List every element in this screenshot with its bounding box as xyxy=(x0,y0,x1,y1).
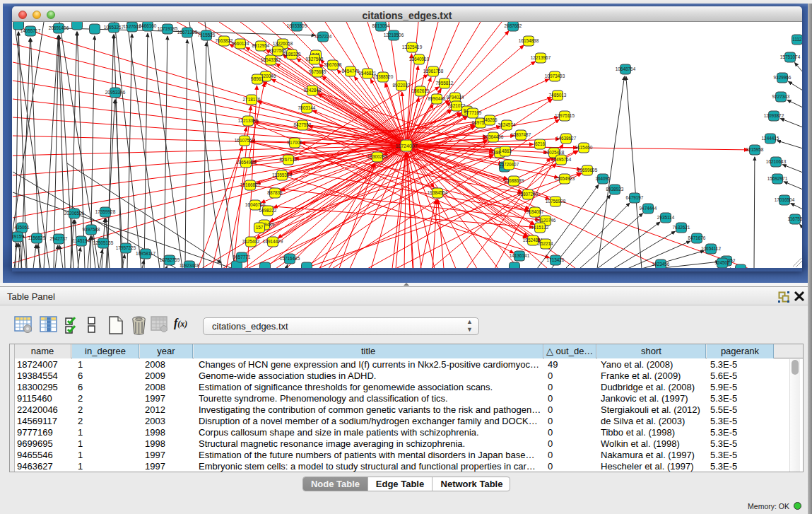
svg-text:7625402: 7625402 xyxy=(242,239,260,244)
svg-text:10973493: 10973493 xyxy=(545,74,565,78)
svg-text:15751074: 15751074 xyxy=(780,54,801,59)
svg-text:435061: 435061 xyxy=(14,225,30,230)
svg-text:20206536: 20206536 xyxy=(64,211,85,216)
svg-text:13226058: 13226058 xyxy=(273,41,293,46)
svg-text:10653267: 10653267 xyxy=(104,25,124,30)
svg-text:10756928: 10756928 xyxy=(546,199,566,204)
svg-text:16782759: 16782759 xyxy=(160,257,180,262)
svg-text:10025438: 10025438 xyxy=(544,150,565,155)
svg-text:9327508: 9327508 xyxy=(306,57,324,62)
svg-text:14055717: 14055717 xyxy=(20,28,41,33)
svg-text:10648764: 10648764 xyxy=(616,66,636,71)
svg-text:20953346: 20953346 xyxy=(105,90,126,95)
svg-text:7955812: 7955812 xyxy=(436,81,454,86)
svg-text:9227343: 9227343 xyxy=(772,94,790,99)
svg-text:8922037: 8922037 xyxy=(393,83,411,88)
svg-text:11355394: 11355394 xyxy=(272,173,292,177)
svg-text:8471676: 8471676 xyxy=(688,235,706,240)
svg-text:12975115: 12975115 xyxy=(555,113,575,118)
svg-text:19654985: 19654985 xyxy=(236,160,257,165)
svg-text:12213967: 12213967 xyxy=(531,55,551,60)
svg-text:9184067: 9184067 xyxy=(526,209,544,214)
svg-text:9474444: 9474444 xyxy=(640,206,657,211)
svg-text:9329966: 9329966 xyxy=(774,75,792,80)
svg-text:6498222: 6498222 xyxy=(259,208,277,213)
svg-text:14638627: 14638627 xyxy=(556,136,577,141)
svg-text:887833: 887833 xyxy=(267,190,283,195)
svg-text:8427552: 8427552 xyxy=(294,122,312,127)
svg-text:20364436: 20364436 xyxy=(483,134,504,139)
svg-text:10654112: 10654112 xyxy=(701,246,721,251)
svg-text:164095: 164095 xyxy=(595,176,611,181)
svg-text:15495764: 15495764 xyxy=(551,157,572,162)
svg-text:12213389: 12213389 xyxy=(238,118,259,123)
svg-text:6479197: 6479197 xyxy=(626,195,644,200)
svg-text:917006: 917006 xyxy=(287,140,302,145)
svg-text:1362615: 1362615 xyxy=(412,88,430,93)
svg-text:746266: 746266 xyxy=(482,117,498,122)
svg-text:9397588: 9397588 xyxy=(83,227,100,232)
svg-text:13325419: 13325419 xyxy=(402,45,423,49)
svg-text:9794024: 9794024 xyxy=(447,95,464,100)
svg-text:39159: 39159 xyxy=(12,234,24,239)
svg-text:14120746: 14120746 xyxy=(536,218,556,223)
svg-text:7663822: 7663822 xyxy=(216,38,233,43)
svg-text:10699695: 10699695 xyxy=(577,168,598,173)
svg-text:6466160: 6466160 xyxy=(139,23,157,28)
svg-text:2087682: 2087682 xyxy=(505,23,522,28)
svg-text:16107552: 16107552 xyxy=(235,138,255,143)
svg-text:10807487: 10807487 xyxy=(511,132,531,137)
svg-text:15692971: 15692971 xyxy=(767,176,788,181)
svg-text:20691406: 20691406 xyxy=(49,25,69,30)
svg-text:16154838: 16154838 xyxy=(519,38,539,43)
svg-text:8990448: 8990448 xyxy=(428,96,446,101)
svg-text:7632621: 7632621 xyxy=(673,225,690,230)
svg-text:8267130: 8267130 xyxy=(280,157,298,162)
svg-text:1156829: 1156829 xyxy=(28,235,46,240)
svg-text:9660124: 9660124 xyxy=(232,41,249,46)
svg-text:8454749: 8454749 xyxy=(342,69,360,74)
svg-text:3675685: 3675685 xyxy=(309,69,326,74)
svg-text:2718176: 2718176 xyxy=(243,97,261,102)
svg-text:10719185: 10719185 xyxy=(158,26,178,31)
svg-text:1112: 1112 xyxy=(792,37,802,42)
svg-text:7803144: 7803144 xyxy=(298,105,316,110)
svg-text:9115460: 9115460 xyxy=(575,145,593,150)
svg-text:11923448: 11923448 xyxy=(180,263,199,268)
svg-text:15388520: 15388520 xyxy=(373,74,394,79)
svg-text:252214: 252214 xyxy=(538,241,553,246)
svg-text:2942737: 2942737 xyxy=(50,236,68,241)
svg-text:17957225: 17957225 xyxy=(116,245,136,250)
svg-text:924502: 924502 xyxy=(714,260,730,265)
svg-text:8912954: 8912954 xyxy=(252,43,270,48)
svg-text:18724007: 18724007 xyxy=(395,144,417,148)
svg-text:9777169: 9777169 xyxy=(464,110,482,115)
svg-text:16961758: 16961758 xyxy=(423,69,444,74)
svg-text:7485013: 7485013 xyxy=(549,93,567,98)
svg-text:18300295: 18300295 xyxy=(367,154,388,159)
svg-text:16046766: 16046766 xyxy=(245,202,266,207)
svg-text:1244415: 1244415 xyxy=(762,136,779,141)
svg-text:8186328: 8186328 xyxy=(283,52,301,57)
svg-text:12218506: 12218506 xyxy=(384,33,404,37)
svg-text:7515526: 7515526 xyxy=(198,33,216,37)
svg-text:7357224: 7357224 xyxy=(314,34,332,39)
svg-text:1615132: 1615132 xyxy=(531,225,549,230)
svg-text:8938923: 8938923 xyxy=(606,187,624,192)
svg-text:6216: 6216 xyxy=(535,141,546,146)
svg-text:1713426: 1713426 xyxy=(547,257,565,262)
svg-text:2967608: 2967608 xyxy=(324,62,342,67)
svg-text:1923456: 1923456 xyxy=(652,262,670,267)
svg-text:19384554: 19384554 xyxy=(428,190,448,195)
svg-text:16033809: 16033809 xyxy=(287,23,307,28)
svg-text:98961: 98961 xyxy=(251,76,264,81)
svg-text:3624574: 3624574 xyxy=(498,122,516,127)
svg-text:10688639: 10688639 xyxy=(504,178,524,183)
svg-text:18640910: 18640910 xyxy=(409,57,430,62)
svg-text:8813054: 8813054 xyxy=(372,23,390,28)
svg-text:10958117: 10958117 xyxy=(136,251,155,256)
svg-text:17359928: 17359928 xyxy=(95,209,116,214)
svg-text:18807249: 18807249 xyxy=(518,192,539,197)
svg-text:16210643: 16210643 xyxy=(766,159,787,164)
svg-text:16543382: 16543382 xyxy=(261,57,281,62)
